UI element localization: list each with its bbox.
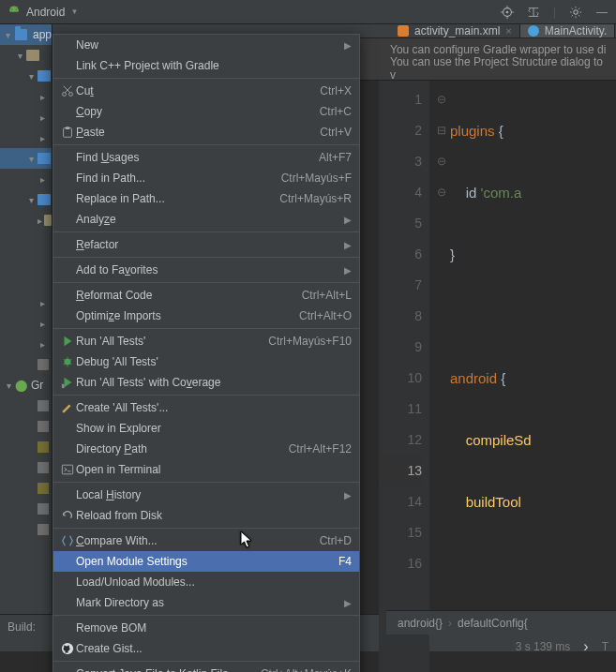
menu-item[interactable]: Mark Directory as ▶: [53, 592, 359, 613]
menu-item[interactable]: Remove BOM: [53, 618, 359, 638]
coverage-icon: [59, 376, 76, 389]
code-line[interactable]: android {: [450, 363, 532, 394]
tree-node[interactable]: ▸: [0, 107, 52, 127]
code-line[interactable]: [450, 301, 532, 332]
tree-node[interactable]: ▾: [0, 45, 52, 66]
toolbar-module-selector[interactable]: Android ▼: [8, 6, 78, 19]
menu-item[interactable]: Convert Java File to Kotlin File Ctrl+Al…: [53, 664, 359, 672]
menu-item[interactable]: Create 'All Tests'...: [53, 397, 359, 418]
menu-shortcut: Alt+F7: [319, 151, 352, 164]
chevron-right-icon: ▶: [344, 40, 352, 51]
menu-item[interactable]: Directory Path Ctrl+Alt+F12: [53, 439, 359, 459]
menu-item[interactable]: New ▶: [53, 35, 359, 55]
menu-item[interactable]: Local History ▶: [53, 485, 359, 505]
menu-shortcut: F4: [338, 555, 352, 568]
menu-label: Replace in Path...: [76, 192, 279, 205]
code-editor[interactable]: ⊖⊟⊖⊖ 1234 5678 9101112 13141516 plugins …: [379, 81, 616, 672]
menu-item[interactable]: Reformat Code Ctrl+Alt+L: [53, 285, 359, 306]
menu-item[interactable]: Load/Unload Modules...: [53, 572, 359, 592]
menu-separator: [53, 661, 359, 662]
code-line[interactable]: [450, 548, 532, 579]
tree-gradle-node[interactable]: ▾⬤Gr: [0, 375, 52, 396]
menu-label: Show in Explorer: [76, 422, 352, 435]
code-line[interactable]: plugins {: [450, 115, 532, 146]
menu-separator: [53, 257, 359, 258]
gear-icon[interactable]: [569, 6, 582, 19]
menu-item[interactable]: Find in Path... Ctrl+Mayús+F: [53, 168, 359, 188]
menu-item[interactable]: Analyze ▶: [53, 209, 359, 230]
menu-label: Add to Favorites: [76, 263, 344, 276]
tree-node[interactable]: [0, 519, 52, 540]
menu-separator: [53, 328, 359, 329]
code-line[interactable]: buildTool: [450, 486, 532, 517]
compare-icon: [59, 534, 76, 547]
tree-node[interactable]: ▾: [0, 148, 52, 169]
tree-node[interactable]: ▸: [0, 313, 52, 334]
menu-item[interactable]: Optimize Imports Ctrl+Alt+O: [53, 306, 359, 326]
menu-item[interactable]: Create Gist...: [53, 638, 359, 659]
tab-main-activity[interactable]: MainActivity.: [520, 24, 615, 37]
tree-node[interactable]: [0, 478, 52, 499]
tree-node[interactable]: [0, 354, 52, 375]
tree-node[interactable]: [0, 437, 52, 457]
tree-node[interactable]: ▾: [0, 66, 52, 86]
breadcrumb-seg[interactable]: android{}: [398, 617, 443, 630]
tree-node[interactable]: ▸: [0, 127, 52, 148]
menu-item[interactable]: Open in Terminal: [53, 459, 359, 480]
svg-point-1: [16, 8, 17, 9]
menu-item[interactable]: Open Module Settings F4: [53, 551, 359, 572]
hint-text[interactable]: You can use the Project Structure dialog…: [390, 59, 608, 78]
menu-item[interactable]: Add to Favorites ▶: [53, 260, 359, 280]
tab-activity-main[interactable]: activity_main.xml ×: [390, 24, 520, 37]
code-line[interactable]: id 'com.a: [450, 177, 532, 208]
tree-node[interactable]: ▸: [0, 292, 52, 313]
collapse-icon[interactable]: —: [595, 6, 608, 19]
menu-label: Compare With...: [76, 534, 320, 547]
menu-item[interactable]: Paste Ctrl+V: [53, 122, 359, 142]
file-icon: [38, 462, 49, 473]
menu-item[interactable]: Run 'All Tests' Ctrl+Mayús+F10: [53, 331, 359, 351]
svg-point-9: [65, 359, 71, 366]
close-icon[interactable]: ×: [505, 25, 511, 37]
expand-arrow-icon[interactable]: ›: [583, 638, 588, 655]
file-icon: [38, 503, 49, 515]
tree-node[interactable]: ▸: [0, 86, 52, 107]
menu-label: Directory Path: [76, 442, 289, 455]
breadcrumb-seg[interactable]: defaultConfig{: [458, 617, 528, 630]
folder-icon: [38, 194, 51, 205]
menu-label: Open Module Settings: [76, 555, 338, 568]
tree-node[interactable]: [0, 499, 52, 519]
menu-shortcut: Ctrl+X: [320, 84, 352, 97]
tree-app-node[interactable]: ▾ app: [0, 24, 52, 45]
menu-item[interactable]: Copy Ctrl+C: [53, 101, 359, 122]
menu-item[interactable]: Debug 'All Tests': [53, 351, 359, 372]
menu-label: Mark Directory as: [76, 596, 344, 609]
menu-item[interactable]: Refactor ▶: [53, 234, 359, 255]
menu-item[interactable]: Find Usages Alt+F7: [53, 147, 359, 168]
menu-item[interactable]: Compare With... Ctrl+D: [53, 530, 359, 551]
tree-node[interactable]: ▾: [0, 189, 52, 210]
github-icon: [59, 642, 76, 655]
code-line[interactable]: compileSd: [450, 425, 532, 455]
split-icon[interactable]: [527, 6, 540, 19]
menu-item[interactable]: Link C++ Project with Gradle: [53, 55, 359, 76]
reload-icon: [59, 509, 76, 522]
menu-label: Reformat Code: [76, 289, 302, 302]
menu-label: Find Usages: [76, 151, 319, 164]
menu-item[interactable]: Replace in Path... Ctrl+Mayús+R: [53, 188, 359, 209]
menu-item[interactable]: Reload from Disk: [53, 505, 359, 526]
tree-node[interactable]: ▸: [0, 334, 52, 354]
menu-item[interactable]: Show in Explorer: [53, 418, 359, 439]
menu-label: Optimize Imports: [76, 309, 299, 322]
target-icon[interactable]: [501, 6, 514, 19]
menu-item[interactable]: Run 'All Tests' with Coverage: [53, 372, 359, 393]
tree-node[interactable]: [0, 396, 52, 416]
tree-node[interactable]: ▸: [0, 169, 52, 189]
code-line[interactable]: }: [450, 239, 532, 270]
tree-node[interactable]: ▸: [0, 210, 52, 231]
menu-item[interactable]: Cut Ctrl+X: [53, 81, 359, 101]
tree-node[interactable]: [0, 416, 52, 437]
tree-node[interactable]: [0, 457, 52, 478]
debug-icon: [59, 355, 76, 368]
svg-rect-10: [62, 384, 65, 388]
